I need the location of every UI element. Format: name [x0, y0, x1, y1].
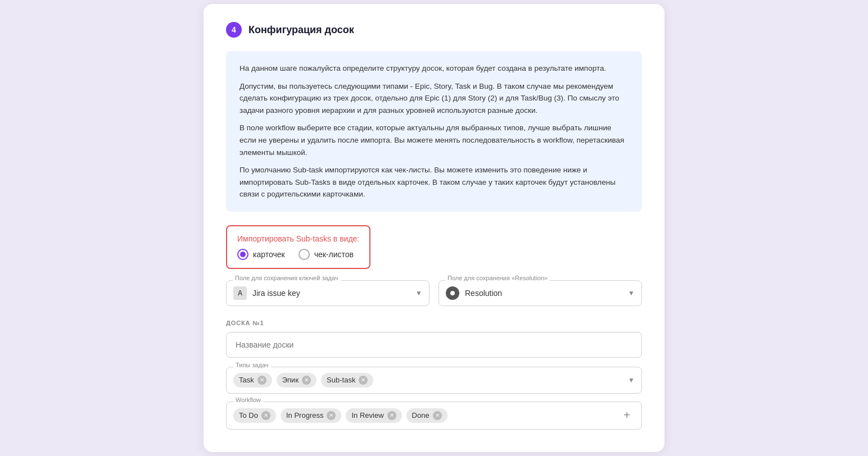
- issue-key-chevron-icon: ▼: [415, 289, 422, 297]
- info-paragraph-3: В поле workflow выберите все стадии, кот…: [239, 122, 629, 158]
- board-name-input[interactable]: [226, 332, 642, 358]
- issue-key-icon: A: [233, 286, 247, 300]
- workflow-field-label: Workflow: [233, 396, 263, 403]
- task-types-field[interactable]: Типы задач Task ✕ Эпик ✕ Sub-task ✕ ▼: [226, 367, 642, 394]
- step-number: 4: [226, 22, 242, 38]
- resolution-field-label: Поле для сохранения «Resolution»: [445, 275, 550, 281]
- radio-option-cards[interactable]: карточек: [237, 249, 285, 260]
- issue-key-value: Jira issue key: [252, 289, 410, 298]
- tag-in-progress-label: In Progress: [286, 411, 323, 419]
- radio-option-checklists[interactable]: чек-листов: [299, 249, 354, 260]
- radio-label-checklists: чек-листов: [314, 250, 354, 259]
- radio-circle-cards: [237, 249, 248, 260]
- radio-group: карточек чек-листов: [237, 249, 359, 260]
- workflow-tags-row: To Do ✕ In Progress ✕ In Review ✕ Done ✕…: [233, 408, 635, 423]
- tag-in-review-label: In Review: [351, 411, 383, 419]
- task-types-field-label: Типы задач: [233, 362, 271, 368]
- tag-epic-label: Эпик: [282, 376, 299, 384]
- tag-todo-close[interactable]: ✕: [261, 411, 270, 420]
- tag-subtask-close[interactable]: ✕: [359, 376, 368, 385]
- subtask-label: Импортировать Sub-tasks в виде:: [237, 234, 359, 243]
- tag-subtask: Sub-task ✕: [321, 373, 373, 387]
- tag-in-review: In Review ✕: [346, 408, 401, 423]
- workflow-add-button[interactable]: +: [619, 408, 635, 423]
- radio-label-cards: карточек: [253, 250, 285, 259]
- fields-row: Поле для сохранения ключей задач A Jira …: [226, 280, 642, 306]
- tag-done-close[interactable]: ✕: [433, 411, 442, 420]
- resolution-field-group: Поле для сохранения «Resolution» Resolut…: [438, 280, 642, 306]
- resolution-value: Resolution: [465, 289, 622, 298]
- step-header: 4 Конфигурация досок: [226, 22, 642, 38]
- step-title: Конфигурация досок: [248, 24, 354, 36]
- info-paragraph-2: Допустим, вы пользуетесь следующими типа…: [239, 80, 629, 117]
- info-paragraph-1: На данном шаге пожалуйста определите стр…: [239, 62, 629, 75]
- task-types-tags-row: Task ✕ Эпик ✕ Sub-task ✕ ▼: [233, 373, 635, 387]
- tag-done-label: Done: [412, 411, 430, 419]
- tag-in-review-close[interactable]: ✕: [387, 411, 396, 420]
- tag-todo-label: To Do: [239, 411, 258, 419]
- tag-subtask-label: Sub-task: [327, 376, 355, 384]
- resolution-select[interactable]: Resolution ▼: [438, 280, 642, 306]
- tag-done: Done ✕: [406, 408, 447, 423]
- radio-circle-checklists: [299, 249, 310, 260]
- tag-task-label: Task: [239, 376, 254, 384]
- resolution-chevron-icon: ▼: [628, 289, 635, 297]
- tag-epic: Эпик ✕: [277, 373, 317, 387]
- issue-key-select[interactable]: A Jira issue key ▼: [226, 280, 430, 306]
- tag-in-progress: In Progress ✕: [281, 408, 341, 423]
- tag-epic-close[interactable]: ✕: [302, 376, 311, 385]
- workflow-field[interactable]: Workflow To Do ✕ In Progress ✕ In Review…: [226, 402, 642, 430]
- tag-in-progress-close[interactable]: ✕: [327, 411, 336, 420]
- main-card: 4 Конфигурация досок На данном шаге пожа…: [204, 4, 664, 452]
- tag-todo: To Do ✕: [233, 408, 276, 423]
- tag-task: Task ✕: [233, 373, 272, 387]
- task-types-chevron-icon: ▼: [628, 376, 635, 384]
- resolution-icon: [446, 286, 459, 300]
- subtask-import-box: Импортировать Sub-tasks в виде: карточек…: [226, 225, 370, 269]
- info-paragraph-4: По умолчанию Sub-task импортируются как …: [239, 164, 629, 200]
- issue-key-field-group: Поле для сохранения ключей задач A Jira …: [226, 280, 430, 306]
- issue-key-field-label: Поле для сохранения ключей задач: [233, 275, 341, 281]
- tag-task-close[interactable]: ✕: [257, 376, 266, 385]
- info-box: На данном шаге пожалуйста определите стр…: [226, 51, 642, 212]
- board-section-label: ДОСКА №1: [226, 320, 642, 326]
